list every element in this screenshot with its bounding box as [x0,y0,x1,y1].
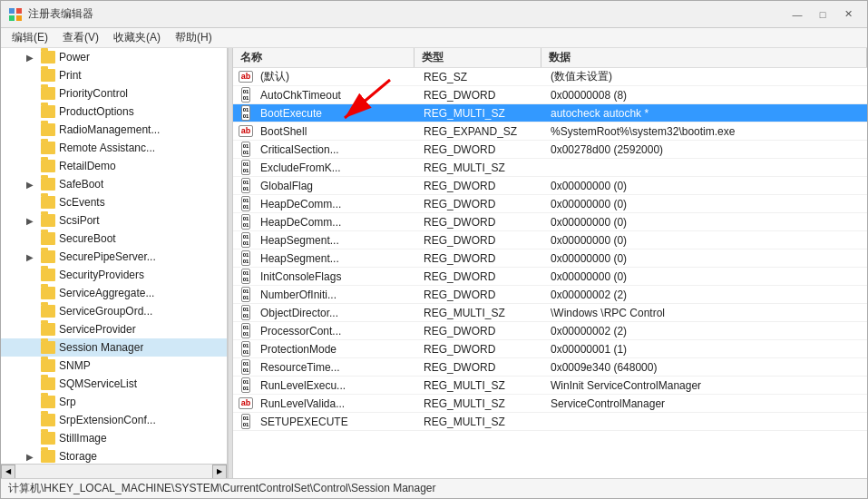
scroll-left-btn[interactable]: ◀ [1,465,15,479]
tree-container[interactable]: ▶PowerPrintPriorityControlProductOptions… [1,48,227,464]
scroll-right-btn[interactable]: ▶ [212,465,227,479]
tree-item[interactable]: PriorityControl [1,84,227,103]
right-panel: 名称 类型 数据 ab(默认)REG_SZ(数值未设置)0101AutoChkT… [233,48,867,478]
registry-row[interactable]: 0101CriticalSection...REG_DWORD0x00278d0… [233,141,867,159]
folder-icon [41,269,55,281]
folder-icon [41,87,55,100]
registry-row[interactable]: abBootShellREG_EXPAND_SZ%SystemRoot%\sys… [233,122,867,141]
menu-help[interactable]: 帮助(H) [168,28,219,47]
tree-item[interactable]: SecurityProviders [1,266,227,284]
tree-item[interactable]: ServiceAggregate... [1,284,227,302]
reg-data: WinInit ServiceControlManager [545,379,867,392]
menu-view[interactable]: 查看(V) [55,28,106,47]
binary-icon: 0101 [237,213,255,231]
tree-item[interactable]: SQMServiceList [1,375,227,393]
registry-row[interactable]: 0101ExcludeFromK...REG_MULTI_SZ [233,159,867,177]
reg-type: REG_MULTI_SZ [418,107,545,120]
tree-item[interactable]: ScEvents [1,193,227,211]
tree-item[interactable]: RetailDemo [1,157,227,175]
svg-rect-1 [16,8,22,14]
main-area: ▶PowerPrintPriorityControlProductOptions… [1,48,867,478]
folder-icon [41,69,55,82]
tree-item[interactable]: ▶SafeBoot [1,175,227,193]
tree-item[interactable]: ServiceProvider [1,320,227,338]
registry-row[interactable]: ab(默认)REG_SZ(数值未设置) [233,68,867,86]
tree-item[interactable]: SecureBoot [1,230,227,248]
binary-icon: 0101 [237,86,255,104]
registry-row[interactable]: 0101HeapDeComm...REG_DWORD0x00000000 (0) [233,213,867,231]
reg-data: ServiceControlManager [545,397,867,410]
menu-edit[interactable]: 编辑(E) [5,28,55,47]
registry-row[interactable]: 0101HeapDeComm...REG_DWORD0x00000000 (0) [233,195,867,213]
minimize-button[interactable]: — [785,5,809,24]
registry-row[interactable]: 0101NumberOfIniti...REG_DWORD0x00000002 … [233,286,867,304]
tree-horizontal-scroll[interactable]: ◀ ▶ [1,464,227,478]
reg-data: 0x00000001 (1) [545,343,867,356]
registry-row[interactable]: 0101InitConsoleFlagsREG_DWORD0x00000000 … [233,268,867,286]
registry-row[interactable]: 0101GlobalFlagREG_DWORD0x00000000 (0) [233,177,867,195]
reg-type: REG_DWORD [418,143,545,156]
reg-type: REG_DWORD [418,234,545,247]
reg-data: 0x00000000 (0) [545,252,867,265]
reg-name: ExcludeFromK... [255,161,418,174]
tree-item[interactable]: ProductOptions [1,103,227,121]
folder-icon [41,214,55,227]
binary-icon: 0101 [237,141,255,159]
tree-item[interactable]: Print [1,66,227,84]
svg-rect-3 [16,15,22,21]
binary-icon: 0101 [237,340,255,358]
svg-rect-0 [9,8,15,14]
reg-type: REG_DWORD [418,343,545,356]
registry-row[interactable]: 0101ObjectDirector...REG_MULTI_SZ\Window… [233,304,867,322]
tree-arrow-icon: ▶ [26,252,41,262]
title-bar-left: 注册表编辑器 [8,6,93,22]
tree-item-label: RetailDemo [59,160,116,172]
tree-item[interactable]: SrpExtensionConf... [1,411,227,429]
reg-data: 0x0009e340 (648000) [545,361,867,374]
tree-item[interactable]: SNMP [1,357,227,375]
svg-rect-2 [9,15,15,21]
tree-item[interactable]: ▶ScsiPort [1,211,227,230]
menu-favorites[interactable]: 收藏夹(A) [106,28,168,47]
reg-name: ProcessorCont... [255,325,418,338]
binary-icon: 0101 [237,195,255,213]
registry-row[interactable]: 0101HeapSegment...REG_DWORD0x00000000 (0… [233,231,867,250]
reg-name: BootShell [255,125,418,138]
registry-row[interactable]: 0101HeapSegment...REG_DWORD0x00000000 (0… [233,250,867,268]
registry-rows-container[interactable]: ab(默认)REG_SZ(数值未设置)0101AutoChkTimeoutREG… [233,68,867,478]
registry-row[interactable]: 0101BootExecuteREG_MULTI_SZautocheck aut… [233,104,867,122]
tree-item[interactable]: ▶Storage [1,447,227,464]
folder-icon [41,142,55,154]
tree-item-label: ScsiPort [59,214,100,227]
folder-icon [41,123,55,136]
close-button[interactable]: ✕ [836,5,860,24]
registry-row[interactable]: 0101ProcessorCont...REG_DWORD0x00000002 … [233,322,867,340]
reg-data: \Windows \RPC Control [545,307,867,319]
tree-item[interactable]: StillImage [1,429,227,447]
tree-item-label: ServiceAggregate... [59,287,154,299]
reg-name: RunLevelValida... [255,397,418,410]
binary-icon: 0101 [237,377,255,395]
registry-row[interactable]: 0101ProtectionModeREG_DWORD0x00000001 (1… [233,340,867,358]
registry-row[interactable]: 0101RunLevelExecu...REG_MULTI_SZWinInit … [233,377,867,395]
tree-item[interactable]: RadioManagement... [1,121,227,139]
maximize-button[interactable]: □ [811,5,834,24]
folder-icon [41,305,55,318]
tree-item[interactable]: ▶Power [1,48,227,66]
binary-icon: 0101 [237,286,255,304]
tree-item[interactable]: Srp [1,393,227,411]
reg-name: ObjectDirector... [255,307,418,319]
reg-data: (数值未设置) [545,69,867,84]
tree-item[interactable]: ServiceGroupOrd... [1,302,227,320]
registry-row[interactable]: abRunLevelValida...REG_MULTI_SZServiceCo… [233,395,867,413]
tree-item-label: StillImage [59,432,107,445]
tree-item[interactable]: Session Manager [1,338,227,357]
reg-type: REG_MULTI_SZ [418,307,545,319]
registry-row[interactable]: 0101ResourceTime...REG_DWORD0x0009e340 (… [233,358,867,377]
scroll-track[interactable] [15,465,212,478]
registry-row[interactable]: 0101AutoChkTimeoutREG_DWORD0x00000008 (8… [233,86,867,104]
tree-item[interactable]: Remote Assistanc... [1,139,227,157]
registry-row[interactable]: 0101SETUPEXECUTEREG_MULTI_SZ [233,413,867,431]
reg-type: REG_DWORD [418,270,545,283]
tree-item[interactable]: ▶SecurePipeServer... [1,248,227,266]
